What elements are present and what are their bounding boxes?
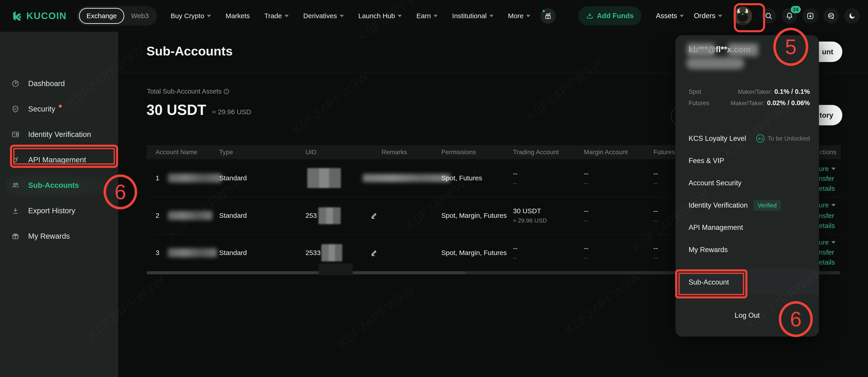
annotation-box-sidebar-sub-accounts xyxy=(10,145,118,168)
settings-sidebar: Dashboard Security Identity Verification… xyxy=(0,32,118,377)
search-icon xyxy=(765,12,773,20)
nav-earn[interactable]: Earn xyxy=(416,12,437,20)
kcs-status: K1 To be Unlocked xyxy=(756,133,810,144)
action-link-fragment[interactable]: ure xyxy=(819,165,836,172)
uid-prefix: 253 xyxy=(306,212,317,219)
toggle-exchange[interactable]: Exchange xyxy=(79,8,124,24)
edit-remarks-button[interactable] xyxy=(370,212,378,219)
page-title: Sub-Accounts xyxy=(147,43,233,58)
nav-trade[interactable]: Trade xyxy=(265,12,289,20)
margin-account-cell: ---- xyxy=(584,207,588,224)
menu-item-api-management[interactable]: API Management xyxy=(689,223,743,232)
margin-account-cell: ---- xyxy=(584,169,588,186)
notifications-button[interactable]: 24 xyxy=(782,8,797,24)
export-download-icon xyxy=(11,207,20,215)
sidebar-item-export-history[interactable]: Export History xyxy=(0,198,118,223)
action-link-fragment[interactable]: ure xyxy=(819,239,836,246)
futures-account-cell: ---- xyxy=(653,244,658,261)
sidebar-item-my-rewards[interactable]: My Rewards xyxy=(0,223,118,249)
gift-icon xyxy=(11,232,20,240)
menu-item-identity-verification[interactable]: Identity Verification Verified xyxy=(689,200,781,210)
exchange-web3-toggle: Exchange Web3 xyxy=(77,6,157,26)
action-link-fragment[interactable]: nsfer xyxy=(819,212,834,220)
kucoin-logo[interactable]: KUCOIN xyxy=(11,10,67,22)
futures-account-cell: ---- xyxy=(653,169,658,186)
verified-badge: Verified xyxy=(753,200,781,211)
nav-assets[interactable]: Assets xyxy=(656,12,684,20)
kucoin-app: KUCOIN Exchange Web3 Buy Crypto Markets … xyxy=(0,0,868,377)
chevron-down-icon xyxy=(489,15,494,17)
language-currency-button[interactable]: $ xyxy=(824,8,839,24)
theme-toggle-button[interactable] xyxy=(844,8,860,24)
scrollbar-thumb[interactable] xyxy=(147,271,466,274)
chevron-down-icon xyxy=(526,15,530,17)
redacted-uid xyxy=(307,168,341,188)
menu-item-kcs-loyalty[interactable]: KCS Loyalty Level xyxy=(689,133,746,144)
edit-remarks-button[interactable] xyxy=(370,249,378,257)
rewards-gift-button[interactable] xyxy=(540,8,556,24)
toggle-web3[interactable]: Web3 xyxy=(131,12,149,20)
chevron-down-icon xyxy=(434,15,438,17)
col-trading-account: Trading Account xyxy=(513,145,559,159)
menu-item-my-rewards[interactable]: My Rewards xyxy=(689,245,727,255)
action-link-fragment[interactable]: nsfer xyxy=(819,248,834,256)
action-link-fragment[interactable]: etails xyxy=(819,222,835,230)
kcs-level-badge-icon: K1 xyxy=(756,134,765,143)
col-type: Type xyxy=(219,145,233,159)
col-margin-account: Margin Account xyxy=(584,145,628,159)
kucoin-logo-text: KUCOIN xyxy=(26,10,67,21)
total-assets-usd: ≈ 29.96 USD xyxy=(212,108,251,117)
col-uid: UID xyxy=(306,145,316,159)
col-account-name: Account Name xyxy=(156,145,197,159)
sidebar-item-dashboard[interactable]: Dashboard xyxy=(0,71,118,96)
row-permissions: Spot, Margin, Futures xyxy=(441,249,507,257)
add-funds-icon xyxy=(586,12,594,20)
col-actions-fragment: ctions xyxy=(819,145,836,159)
col-remarks: Remarks xyxy=(381,145,407,159)
trading-account-cell: ---- xyxy=(513,244,518,261)
sub-accounts-people-icon xyxy=(11,181,20,189)
topbar-right-cluster: Add Funds Assets Orders 24 xyxy=(578,6,868,25)
action-link-fragment[interactable]: ure xyxy=(819,201,836,209)
menu-item-fees-vip[interactable]: Fees & VIP xyxy=(689,156,724,166)
futures-account-cell: ---- xyxy=(653,207,658,224)
svg-text:$: $ xyxy=(832,17,834,20)
download-app-button[interactable] xyxy=(803,8,818,24)
annotation-step-circle: 6 xyxy=(779,301,813,337)
nav-launch-hub[interactable]: Launch Hub xyxy=(359,12,402,20)
id-card-icon xyxy=(11,130,20,138)
menu-item-account-security[interactable]: Account Security xyxy=(689,178,742,188)
spot-fee-row: Spot Maker/Taker:0.1% / 0.1% xyxy=(689,88,810,95)
annotation-box-avatar xyxy=(734,3,765,32)
annotation-step-circle: 5 xyxy=(773,28,808,66)
annotation-step-circle: 6 xyxy=(103,175,137,210)
download-icon xyxy=(806,12,814,20)
chevron-down-icon xyxy=(398,15,402,17)
total-assets-label: Total Sub-Account Assets xyxy=(147,88,230,95)
redacted-account-name xyxy=(168,174,221,183)
add-funds-button[interactable]: Add Funds xyxy=(578,6,641,25)
action-link-fragment[interactable]: nsfer xyxy=(819,175,834,182)
info-icon[interactable] xyxy=(223,88,230,95)
annotation-box-menu-sub-account xyxy=(675,269,747,299)
action-link-fragment[interactable]: etails xyxy=(819,258,835,266)
sidebar-item-identity-verification[interactable]: Identity Verification xyxy=(0,122,118,147)
action-link-fragment[interactable]: etails xyxy=(819,185,835,192)
nav-derivatives[interactable]: Derivatives xyxy=(303,12,344,20)
nav-institutional[interactable]: Institutional xyxy=(452,12,494,20)
redacted-email-part xyxy=(728,43,758,56)
sidebar-item-sub-accounts[interactable]: Sub-Accounts xyxy=(0,172,118,198)
nav-buy-crypto[interactable]: Buy Crypto xyxy=(170,12,211,20)
nav-markets[interactable]: Markets xyxy=(225,12,250,20)
kucoin-logo-icon xyxy=(11,10,23,22)
redacted-uid xyxy=(318,207,341,224)
nav-more[interactable]: More xyxy=(508,12,530,20)
notification-count-badge: 24 xyxy=(791,6,801,13)
total-assets-value: 30 USDT xyxy=(147,103,206,117)
shield-icon xyxy=(11,105,20,113)
nav-orders[interactable]: Orders xyxy=(694,12,722,20)
trading-account-cell: ---- xyxy=(513,169,518,186)
redacted-remarks xyxy=(363,174,450,182)
sidebar-item-security[interactable]: Security xyxy=(0,96,118,122)
svg-text:K1: K1 xyxy=(758,137,763,141)
